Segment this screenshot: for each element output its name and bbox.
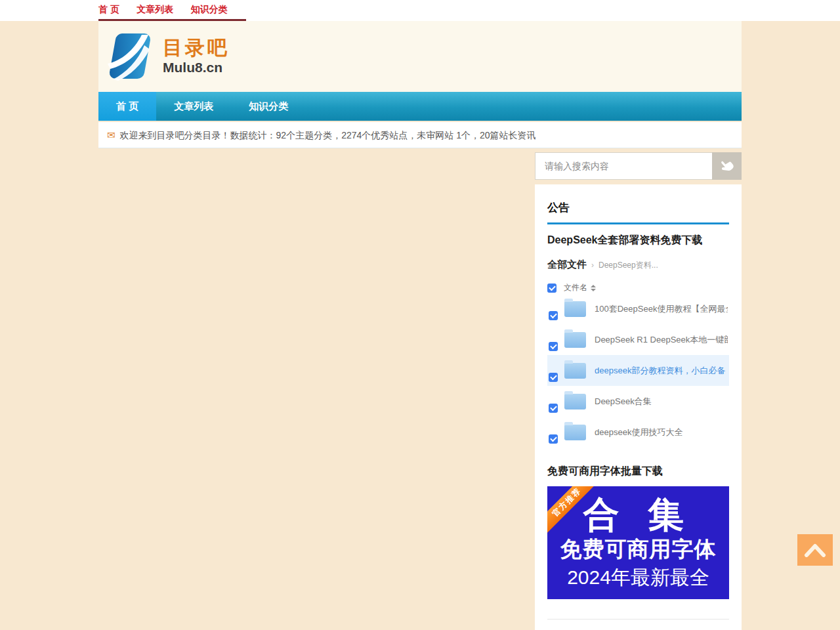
sidebar: 公告 DeepSeek全套部署资料免费下载 全部文件 › DeepSeep资料.… [535, 152, 742, 630]
nav-item-categories[interactable]: 知识分类 [231, 92, 306, 121]
site-logo-icon[interactable] [106, 32, 154, 81]
row-checkbox[interactable] [549, 311, 558, 320]
folder-icon [564, 363, 586, 379]
file-row[interactable]: 100套DeepSeek使用教程【全网最全1-... [547, 293, 729, 324]
breadcrumb: 全部文件 › DeepSeep资料... [547, 259, 729, 271]
main-nav: 首 页 文章列表 知识分类 [98, 92, 742, 121]
top-utility-bar: 首 页 文章列表 知识分类 [0, 0, 840, 21]
banner-line3: 2024年最新最全 [567, 564, 709, 591]
file-row[interactable]: deepseek使用技巧大全 [547, 417, 729, 448]
row-checkbox[interactable] [549, 434, 558, 444]
breadcrumb-root[interactable]: 全部文件 [547, 259, 587, 271]
folder-icon [564, 425, 586, 440]
file-name[interactable]: DeepSeek R1 DeepSeek本地一键部署... [595, 334, 728, 346]
filename-column-header: 文件名 [564, 282, 587, 293]
file-name[interactable]: 100套DeepSeek使用教程【全网最全1-... [595, 303, 728, 315]
announcement-heading: 公告 [547, 200, 729, 215]
toplink-home[interactable]: 首 页 [98, 0, 119, 19]
site-header: 目录吧 Mulu8.cn [98, 21, 742, 92]
file-row[interactable]: DeepSeek合集 [547, 386, 729, 417]
notice-text: 欢迎来到目录吧分类目录！数据统计：92个主题分类，2274个优秀站点，未审网站 … [120, 130, 536, 140]
page-column: 目录吧 Mulu8.cn 首 页 文章列表 知识分类 ✉欢迎来到目录吧分类目录！… [98, 21, 742, 630]
search-box [535, 152, 742, 180]
site-domain: Mulu8.cn [163, 59, 230, 76]
file-name[interactable]: deepseek使用技巧大全 [595, 427, 682, 438]
folder-icon [564, 332, 586, 348]
notice-bar: ✉欢迎来到目录吧分类目录！数据统计：92个主题分类，2274个优秀站点，未审网站… [98, 122, 742, 148]
fonts-banner[interactable]: 官方推荐 合 集 免费可商用字体 2024年最新最全 [547, 486, 729, 599]
breadcrumb-current: DeepSeep资料... [598, 260, 658, 271]
nav-item-articles[interactable]: 文章列表 [156, 92, 231, 121]
announcement-post-title[interactable]: DeepSeek全套部署资料免费下载 [547, 234, 729, 247]
site-title[interactable]: 目录吧 [163, 37, 230, 59]
toplink-articles[interactable]: 文章列表 [136, 0, 173, 19]
chevron-right-icon: › [591, 261, 594, 270]
file-name[interactable]: DeepSeek合集 [595, 396, 652, 408]
file-list-header: 文件名 [547, 282, 729, 293]
main-content [98, 152, 535, 630]
content-row: 公告 DeepSeek全套部署资料免费下载 全部文件 › DeepSeep资料.… [98, 152, 742, 630]
logo-text: 目录吧 Mulu8.cn [163, 37, 230, 76]
search-button[interactable] [712, 152, 742, 180]
sidebar-panel: 公告 DeepSeek全套部署资料免费下载 全部文件 › DeepSeep资料.… [535, 184, 742, 630]
file-share-widget: 全部文件 › DeepSeep资料... 文件名 100套DeepSeek使用教… [547, 259, 729, 448]
hand-pointer-icon [716, 155, 738, 177]
banner-line1: 合 集 [583, 494, 693, 535]
panel-divider [547, 619, 729, 620]
toplink-categories[interactable]: 知识分类 [191, 0, 228, 19]
select-all-checkbox[interactable] [547, 284, 556, 293]
search-input[interactable] [535, 152, 712, 180]
top-utility-links: 首 页 文章列表 知识分类 [98, 0, 246, 21]
row-checkbox[interactable] [549, 404, 558, 413]
file-name[interactable]: deepseek部分教程资料，小白必备 [595, 365, 725, 377]
chevron-up-icon [804, 543, 826, 557]
banner-line2: 免费可商用字体 [560, 535, 717, 564]
folder-icon [564, 301, 586, 317]
folder-icon [564, 394, 586, 410]
row-checkbox[interactable] [549, 373, 558, 382]
file-row[interactable]: DeepSeek R1 DeepSeek本地一键部署... [547, 324, 729, 355]
row-checkbox[interactable] [549, 342, 558, 351]
nav-item-home[interactable]: 首 页 [98, 92, 156, 121]
heading-rule [547, 222, 729, 224]
scroll-to-top-button[interactable] [797, 534, 833, 566]
file-row[interactable]: deepseek部分教程资料，小白必备 [547, 355, 729, 386]
fonts-section-title[interactable]: 免费可商用字体批量下载 [547, 465, 729, 478]
sort-icon[interactable] [591, 285, 596, 291]
envelope-icon: ✉ [107, 129, 116, 140]
